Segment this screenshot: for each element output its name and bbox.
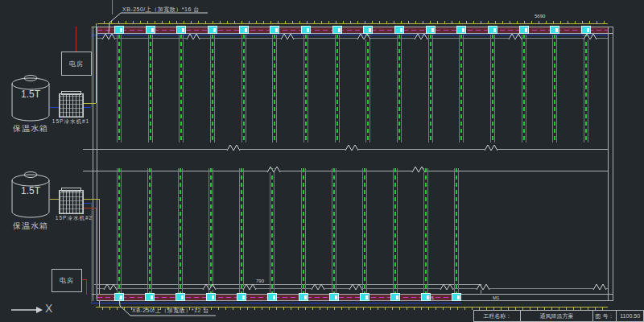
annotation-overlay (0, 0, 644, 322)
title-block-name-label: 工程名称： (474, 311, 520, 321)
door-tag: M1 (427, 295, 434, 300)
top-row-equipment-label[interactable]: XB-250/上（加寬散）*16 台 (122, 6, 200, 14)
cad-floor-plan-canvas[interactable]: XB-250/上（加寬散）*16 台 XB-250/上（加寬散）*12 台 56… (0, 0, 644, 322)
pipe-dimension-text: 790 (256, 279, 264, 283)
title-block: 工程名称： 通风降温方案 图 号： 1100.50 (473, 310, 644, 322)
x-axis-label: X (45, 302, 52, 315)
chiller-bottom-caption: 15P冷水机#2 (50, 215, 98, 222)
chiller-bottom[interactable] (59, 190, 84, 214)
top-label-leader-line (109, 13, 208, 33)
door-symbols (102, 34, 606, 290)
top-dimension-text: 5690 (535, 14, 545, 19)
title-block-name-value: 通风降温方案 (520, 311, 592, 321)
door-tag: M1 (493, 295, 499, 300)
chiller-top-caption: 15P冷水机#1 (47, 118, 95, 126)
tank-capacity: 1.5T (11, 185, 50, 196)
water-tank-top[interactable]: 1.5T (11, 74, 50, 124)
power-room-bottom[interactable]: 电房 (52, 269, 82, 292)
x-axis-arrowhead (36, 307, 43, 313)
water-tank-bottom[interactable]: 1.5T (11, 171, 50, 221)
bottom-row-equipment-label[interactable]: XB-250/上（加寬散）*12 台 (132, 307, 209, 315)
power-room-bottom-label: 电房 (60, 276, 74, 285)
title-block-sheet-value: 1100.50 (616, 311, 643, 321)
title-block-sheet-label: 图 号： (592, 311, 617, 321)
power-room-top-label: 电房 (69, 60, 84, 68)
tank-bottom-caption: 保温水箱 (6, 221, 55, 232)
power-room-top[interactable]: 电房 (61, 52, 92, 76)
chiller-top[interactable] (59, 93, 84, 118)
tank-capacity: 1.5T (11, 89, 50, 100)
